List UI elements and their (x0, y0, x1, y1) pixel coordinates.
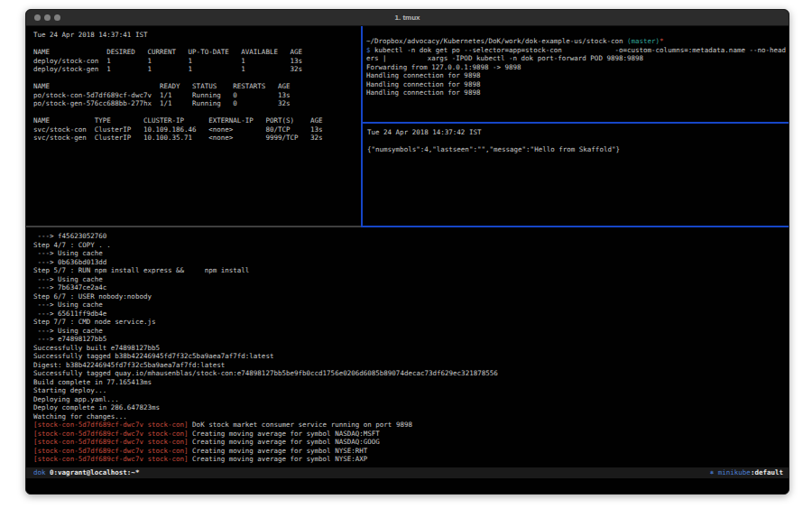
terminal-line: [stock-con-5d7df689cf-dwc7v stock-con] C… (33, 447, 789, 456)
terminal-line: Handling connection for 9898 (366, 88, 789, 97)
pane-port-forward[interactable]: ~/Dropbox/advocacy/Kubernetes/DoK/work/d… (363, 26, 789, 133)
text-segment: ---> Using cache (33, 301, 103, 309)
text-segment: Build complete in 77.165413ms (33, 378, 152, 386)
text-segment: ---> 65611ff9db4e (33, 310, 106, 318)
text-segment: NAME READY STATUS RESTARTS AGE (33, 82, 290, 90)
terminal-line: Step 5/7 : RUN npm install express && np… (33, 266, 789, 275)
text-segment: po/stock-gen-576cc688bb-277hx 1/1 Runnin… (33, 99, 290, 107)
terminal-line: svc/stock-con ClusterIP 10.109.186.46 <n… (33, 125, 368, 134)
terminal-line: [stock-con-5d7df689cf-dwc7v stock-con] C… (33, 430, 789, 439)
text-segment: Watching for changes... (33, 412, 127, 421)
text-segment: NAME DESIRED CURRENT UP-TO-DATE AVAILABL… (33, 48, 302, 56)
text-segment: {"numsymbols":4,"lastseen":"","message":… (367, 145, 620, 153)
terminal-line: Digest: b38b42246945fd7f32c5ba9aea7af7fd… (33, 361, 789, 370)
terminal-line: ---> 65611ff9db4e (33, 310, 789, 319)
text-segment: Creating moving average for symbol NYSE:… (189, 447, 368, 455)
terminal-line: deploy/stock-con 1 1 1 1 13s (33, 57, 368, 66)
text-segment: Step 6/7 : USER nobody:nobody (33, 292, 152, 301)
text-segment: dok (33, 468, 46, 476)
text-segment: Creating moving average for symbol NYSE:… (189, 455, 368, 463)
terminal-line: Deploying app.yaml... (33, 395, 789, 404)
text-segment: Successfully built e74898127bb5 (33, 344, 160, 352)
session-name: dok (33, 468, 50, 476)
text-segment: Handling connection for 9898 (366, 71, 480, 79)
terminal-line: ---> e74898127bb5 (33, 335, 789, 344)
text-segment: kubectl -n dok get po --selector=app=sto… (371, 46, 787, 54)
pane-skaffold-log[interactable]: ---> f45623052760Step 4/7 : COPY . . ---… (26, 227, 789, 472)
terminal-line: ---> Using cache (33, 327, 789, 336)
text-segment: ---> Using cache (33, 249, 103, 257)
terminal-window: 1. tmux Tue 24 Apr 2018 14:37:41 IST NAM… (25, 9, 789, 495)
terminal-line: Tue 24 Apr 2018 14:37:41 IST (33, 31, 368, 40)
terminal-line: Successfully tagged quay.io/mhausenblas/… (33, 369, 789, 378)
terminal-line: ---> Using cache (33, 301, 789, 310)
text-segment: DoK stock market consumer service runnin… (189, 421, 412, 429)
terminal-line: NAME READY STATUS RESTARTS AGE (33, 82, 368, 91)
terminal-line: Starting deploy... (33, 386, 789, 395)
text-segment: Handling connection for 9898 (366, 80, 480, 88)
terminal-line (367, 137, 789, 146)
window-title: 1. tmux (26, 10, 789, 25)
text-segment: po/stock-con-5d7df689cf-dwc7v 1/1 Runnin… (33, 91, 290, 99)
terminal-line: $ kubectl -n dok get po --selector=app=s… (366, 46, 789, 55)
text-segment: NAME TYPE CLUSTER-IP EXTERNAL-IP PORT(S)… (33, 116, 323, 125)
terminal-line: ---> 0b636bd013dd (33, 258, 789, 267)
terminal-line: NAME TYPE CLUSTER-IP EXTERNAL-IP PORT(S)… (33, 116, 368, 125)
terminal-line: [stock-con-5d7df689cf-dwc7v stock-con] C… (33, 455, 789, 464)
text-segment: ---> f45623052760 (33, 232, 106, 240)
terminal-line: deploy/stock-gen 1 1 1 1 32s (33, 65, 368, 74)
text-segment: 0:vagrant@localhost:~* (50, 468, 139, 476)
terminal-line: ---> 7b6347ce2a4c (33, 283, 789, 292)
text-segment: Starting deploy... (33, 386, 106, 394)
text-segment: Tue 24 Apr 2018 14:37:41 IST (33, 31, 147, 39)
text-segment: Handling connection for 9898 (366, 88, 480, 97)
text-segment: Successfully tagged b38b42246945fd7f32c5… (33, 352, 273, 360)
terminal-line: Handling connection for 9898 (366, 71, 789, 80)
terminal-line: Deploy complete in 286.647823ms (33, 403, 789, 412)
kube-context: ⎈ minikube:default (710, 467, 783, 478)
terminal-line: Handling connection for 9898 (366, 80, 789, 89)
text-segment: Forwarding from 127.0.0.1:9898 -> 9898 (366, 63, 521, 71)
window-list-item[interactable]: 0:vagrant@localhost:~* (50, 468, 139, 476)
text-segment: Tue 24 Apr 2018 14:37:42 IST (367, 128, 481, 136)
text-segment: [stock-con-5d7df689cf-dwc7v stock-con] (33, 438, 189, 446)
terminal-line: Successfully tagged b38b42246945fd7f32c5… (33, 352, 789, 361)
text-segment: Step 5/7 : RUN npm install express && np… (33, 266, 249, 274)
terminal-line (33, 108, 368, 117)
terminal-line: Build complete in 77.165413ms (33, 378, 789, 387)
terminal-line (33, 40, 368, 49)
terminal-line: Step 6/7 : USER nobody:nobody (33, 292, 789, 301)
text-segment: ---> 7b6347ce2a4c (33, 283, 106, 291)
status-left: dok 0:vagrant@localhost:~* (33, 467, 139, 478)
terminal-line: Forwarding from 127.0.0.1:9898 -> 9898 (366, 63, 789, 72)
terminal-line: ---> Using cache (33, 275, 789, 284)
window-titlebar[interactable]: 1. tmux (26, 10, 789, 26)
tmux-status-bar: dok 0:vagrant@localhost:~* ⎈ minikube:de… (26, 467, 789, 478)
text-segment: ---> e74898127bb5 (33, 335, 106, 343)
terminal-line: ---> f45623052760 (33, 232, 789, 241)
terminal-line: ~/Dropbox/advocacy/Kubernetes/DoK/work/d… (366, 37, 789, 46)
terminal-line: po/stock-con-5d7df689cf-dwc7v 1/1 Runnin… (33, 91, 368, 100)
terminal-line: [stock-con-5d7df689cf-dwc7v stock-con] D… (33, 421, 789, 430)
text-segment: Digest: b38b42246945fd7f32c5ba9aea7af7fd… (33, 361, 225, 369)
terminal-line: Tue 24 Apr 2018 14:37:42 IST (367, 128, 789, 137)
text-segment: Step 7/7 : CMD node service.js (33, 318, 155, 326)
text-segment: svc/stock-con ClusterIP 10.109.186.46 <n… (33, 125, 323, 134)
terminal-line: {"numsymbols":4,"lastseen":"","message":… (367, 145, 789, 154)
terminal-line: ---> Using cache (33, 249, 789, 258)
terminal-line: ers | xargs -IPOD kubectl -n dok port-fo… (366, 54, 789, 63)
terminal-line: svc/stock-gen ClusterIP 10.100.35.71 <no… (33, 134, 368, 143)
text-segment: [stock-con-5d7df689cf-dwc7v stock-con] (33, 421, 189, 429)
text-segment: Creating moving average for symbol NASDA… (189, 430, 380, 438)
text-segment: svc/stock-gen ClusterIP 10.100.35.71 <no… (33, 134, 323, 142)
pane-service-output[interactable]: Tue 24 Apr 2018 14:37:42 IST {"numsymbol… (363, 124, 789, 230)
terminal-line: [stock-con-5d7df689cf-dwc7v stock-con] C… (33, 438, 789, 447)
text-segment: Deploying app.yaml... (33, 395, 119, 403)
pane-kubectl-watch[interactable]: Tue 24 Apr 2018 14:37:41 IST NAME DESIRE… (26, 26, 368, 230)
terminal-line: po/stock-gen-576cc688bb-277hx 1/1 Runnin… (33, 99, 368, 108)
text-segment: ---> 0b636bd013dd (33, 258, 106, 266)
terminal-line: Step 7/7 : CMD node service.js (33, 318, 789, 327)
text-segment: Step 4/7 : COPY . . (33, 241, 111, 249)
text-segment: [stock-con-5d7df689cf-dwc7v stock-con] (33, 447, 189, 455)
text-segment: Deploy complete in 286.647823ms (33, 403, 160, 412)
